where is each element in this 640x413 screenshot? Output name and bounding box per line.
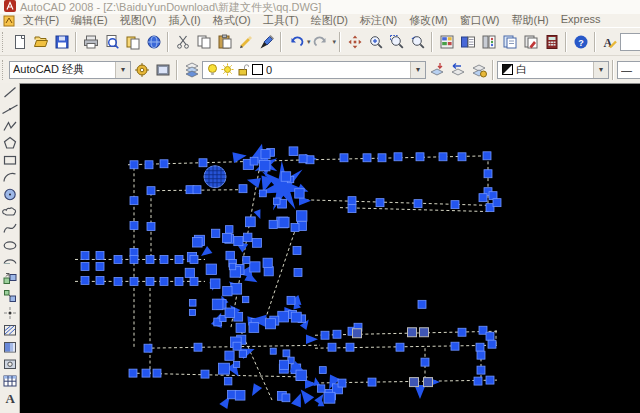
copy-button[interactable] [193,31,214,52]
grip[interactable] [294,268,302,276]
grip[interactable] [378,154,386,162]
menu-item-11[interactable]: 帮助(H) [506,13,555,28]
plot-preview-button[interactable] [101,31,122,52]
grip[interactable] [142,369,150,377]
revision-cloud-tool-button[interactable] [0,202,19,219]
grip[interactable] [476,343,484,351]
table-tool-button[interactable] [0,372,19,389]
grip[interactable] [190,255,198,263]
grip[interactable] [261,150,270,159]
grip[interactable] [81,262,89,270]
workspace-combo[interactable]: AutoCAD 经典 ▾ [9,61,131,79]
menu-item-3[interactable]: 视图(V) [114,13,163,28]
zoom-realtime-button[interactable] [365,31,386,52]
grip[interactable] [250,262,260,272]
point-tool-button[interactable] [0,304,19,321]
grip[interactable] [234,361,240,367]
grip[interactable] [189,300,196,307]
grip[interactable] [210,279,220,289]
grip[interactable] [194,343,202,351]
drawing-window-icon[interactable] [3,15,15,27]
grip[interactable] [239,350,246,357]
grip[interactable] [160,255,168,263]
dwg-view[interactable] [20,84,640,413]
grip[interactable] [270,348,276,354]
insert-block-tool-button[interactable] [0,270,19,287]
grip[interactable] [224,377,232,385]
grip[interactable] [451,342,459,350]
gradient-tool-button[interactable] [0,338,19,355]
grip[interactable] [321,331,329,339]
layer-properties-button[interactable] [181,59,202,80]
grip[interactable] [477,351,485,359]
ellipse-arc-tool-button[interactable] [0,253,19,270]
arrow-entity[interactable] [248,383,262,398]
grip[interactable] [296,211,306,221]
grip[interactable] [287,296,295,304]
grip[interactable] [488,340,496,348]
dwf-button[interactable] [143,31,164,52]
grip[interactable] [338,379,346,387]
grip[interactable] [175,277,183,285]
grip[interactable] [263,258,272,267]
grip[interactable] [81,276,89,284]
grip[interactable] [279,360,288,369]
properties-button[interactable] [436,31,457,52]
grip[interactable] [279,217,289,227]
menu-item-5[interactable]: 格式(O) [207,13,257,28]
block-editor-button[interactable] [235,31,256,52]
grip[interactable] [212,299,223,310]
grip[interactable] [96,262,104,270]
grip[interactable] [458,328,466,336]
arc-tool-button[interactable] [0,168,19,185]
grip[interactable] [206,264,216,274]
grip[interactable] [243,296,249,302]
layer-combo[interactable]: 0 ▾ [202,61,426,79]
grip[interactable] [226,251,234,259]
grip[interactable] [278,311,289,322]
grip[interactable] [348,205,356,213]
chevron-down-icon[interactable]: ▾ [115,62,130,78]
grip[interactable] [225,351,234,360]
help-button[interactable]: ? [570,31,591,52]
grip[interactable] [193,186,201,194]
zoom-window-button[interactable] [386,31,407,52]
construction-line-tool-button[interactable] [0,100,19,117]
menu-item-10[interactable]: 窗口(W) [454,13,506,28]
markup-manager-button[interactable] [520,31,541,52]
grip[interactable] [223,287,232,296]
ellipse-tool-button[interactable] [0,236,19,253]
grip[interactable] [222,234,231,243]
grip[interactable] [281,172,291,181]
grip[interactable] [396,343,404,351]
grip[interactable] [333,330,341,338]
cut-button[interactable] [172,31,193,52]
grip[interactable] [264,267,273,276]
grip[interactable] [130,222,138,230]
grip[interactable] [486,332,494,340]
rectangle-tool-button[interactable] [0,151,19,168]
grip[interactable] [418,300,426,308]
grip[interactable] [96,276,104,284]
grip[interactable] [130,161,138,169]
grip[interactable] [289,147,298,156]
region-tool-button[interactable] [0,355,19,372]
grip[interactable] [346,343,354,351]
grip[interactable] [269,220,277,228]
make-object-layer-current-button[interactable] [426,59,447,80]
grip[interactable] [283,350,290,357]
layer-freeze-sun-icon[interactable] [221,63,234,76]
selection-line[interactable] [315,331,497,335]
grip[interactable] [484,170,492,178]
grip[interactable] [328,343,336,351]
grip[interactable] [259,190,266,197]
layer-lock-icon[interactable] [236,63,249,76]
zoom-previous-button[interactable] [407,31,428,52]
grip[interactable] [211,229,219,237]
plot-button[interactable] [80,31,101,52]
hot-grip[interactable] [353,329,362,338]
grip[interactable] [81,251,89,259]
arrow-entity[interactable] [246,175,261,188]
grip[interactable] [439,153,447,161]
menu-item-6[interactable]: 工具(T) [257,13,305,28]
